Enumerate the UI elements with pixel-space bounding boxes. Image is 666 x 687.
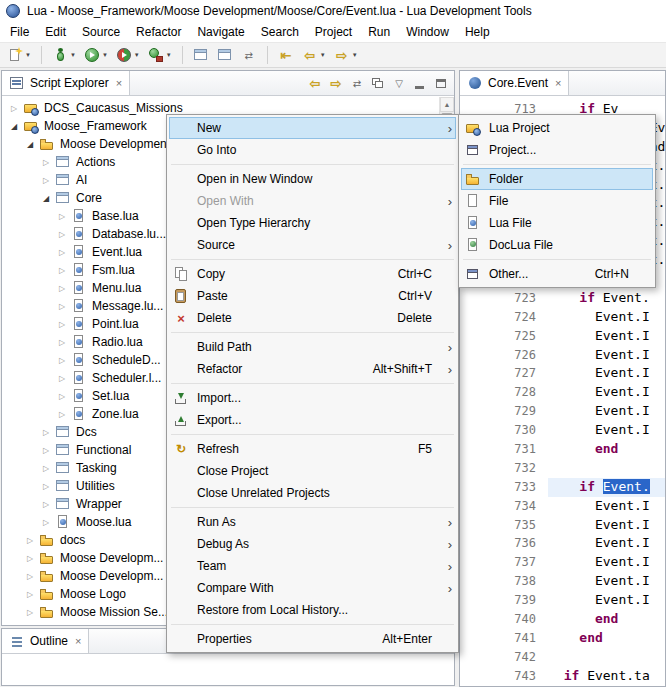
expand-arrow-icon[interactable]: ▷	[40, 428, 52, 437]
code-line-733[interactable]: 733 if Event.	[460, 478, 665, 497]
tab-outline[interactable]: Outline ×	[2, 629, 89, 653]
menu-project[interactable]: Project	[307, 23, 360, 41]
code-line-731[interactable]: 731 end	[460, 440, 665, 459]
code-line-727[interactable]: 727 Event.I	[460, 364, 665, 383]
new-wizard-button[interactable]: ▼	[4, 44, 34, 66]
team-menu-item[interactable]: Team›	[169, 555, 456, 577]
link-with-editor-button[interactable]: ⇄	[238, 44, 260, 66]
last-edit-location-button[interactable]: ⇤	[275, 44, 297, 66]
collapse-arrow-icon[interactable]: ◢	[8, 122, 20, 131]
build-path-menu-item[interactable]: Build Path›	[169, 336, 456, 358]
code-text[interactable]: Event.I	[548, 364, 665, 383]
close-project-menu-item[interactable]: Close Project	[169, 460, 456, 482]
debug-button[interactable]: ▼	[49, 44, 79, 66]
expand-arrow-icon[interactable]: ▷	[40, 482, 52, 491]
menu-navigate[interactable]: Navigate	[189, 23, 252, 41]
forward-button[interactable]: ⇨	[328, 75, 344, 91]
other-menu-item[interactable]: Other...Ctrl+N	[461, 263, 653, 285]
expand-arrow-icon[interactable]: ▷	[56, 356, 68, 365]
collapse-arrow-icon[interactable]: ◢	[40, 194, 52, 203]
import-menu-item[interactable]: Import...	[169, 387, 456, 409]
back-button[interactable]: ⇦	[307, 75, 323, 91]
code-line-729[interactable]: 729 Event.I	[460, 402, 665, 421]
open-with-menu-item[interactable]: Open With›	[169, 190, 456, 212]
close-unrelated-projects-menu-item[interactable]: Close Unrelated Projects	[169, 482, 456, 504]
expand-arrow-icon[interactable]: ▷	[56, 338, 68, 347]
code-line-736[interactable]: 736 Event.I	[460, 534, 665, 553]
link-editor-button[interactable]: ⇄	[349, 75, 365, 91]
code-line-730[interactable]: 730 Event.I	[460, 421, 665, 440]
close-icon[interactable]: ×	[555, 77, 561, 89]
menu-file[interactable]: File	[2, 23, 37, 41]
tab-script-explorer[interactable]: Script Explorer ×	[2, 71, 130, 95]
menu-window[interactable]: Window	[398, 23, 457, 41]
delete-menu-item[interactable]: ×DeleteDelete	[169, 307, 456, 329]
code-text[interactable]: Event.I	[548, 553, 665, 572]
paste-menu-item[interactable]: PasteCtrl+V	[169, 285, 456, 307]
expand-arrow-icon[interactable]: ▷	[56, 302, 68, 311]
open-in-new-window-menu-item[interactable]: Open in New Window	[169, 168, 456, 190]
debug-as-menu-item[interactable]: Debug As›	[169, 533, 456, 555]
code-line-738[interactable]: 738 Event.I	[460, 572, 665, 591]
code-text[interactable]: Event.I	[548, 591, 665, 610]
code-text[interactable]: Event.I	[548, 497, 665, 516]
expand-arrow-icon[interactable]: ▷	[56, 284, 68, 293]
expand-arrow-icon[interactable]: ▷	[40, 518, 52, 527]
collapse-arrow-icon[interactable]: ◢	[24, 140, 36, 149]
code-text[interactable]: Event.I	[548, 421, 665, 440]
expand-arrow-icon[interactable]: ▷	[24, 554, 36, 563]
close-icon[interactable]: ×	[116, 77, 122, 89]
open-type-hierarchy-menu-item[interactable]: Open Type Hierarchy	[169, 212, 456, 234]
doclua-file-menu-item[interactable]: DocLua File	[461, 234, 653, 256]
code-text[interactable]: Event.I	[548, 346, 665, 365]
expand-arrow-icon[interactable]: ▷	[40, 464, 52, 473]
code-line-724[interactable]: 724 Event.I	[460, 308, 665, 327]
menu-source[interactable]: Source	[74, 23, 128, 41]
compare-with-menu-item[interactable]: Compare With›	[169, 577, 456, 599]
scroll-up-button[interactable]: ▲	[440, 97, 454, 112]
code-text[interactable]: Event.I	[548, 383, 665, 402]
code-text[interactable]: Event.I	[548, 516, 665, 535]
code-text[interactable]: if Event.ta	[548, 667, 665, 686]
lua-file-menu-item[interactable]: Lua File	[461, 212, 653, 234]
export-menu-item[interactable]: Export...	[169, 409, 456, 431]
code-line-743[interactable]: 743 if Event.ta	[460, 667, 665, 686]
menu-refactor[interactable]: Refactor	[128, 23, 189, 41]
code-line-728[interactable]: 728 Event.I	[460, 383, 665, 402]
file-menu-item[interactable]: File	[461, 190, 653, 212]
project-menu-item[interactable]: Project...	[461, 139, 653, 161]
code-line-740[interactable]: 740 end	[460, 610, 665, 629]
expand-arrow-icon[interactable]: ▷	[56, 410, 68, 419]
expand-arrow-icon[interactable]: ▷	[40, 446, 52, 455]
tab-core-event[interactable]: Core.Event ×	[460, 71, 569, 95]
code-text[interactable]: Event.I	[548, 572, 665, 591]
code-text[interactable]: end	[548, 629, 665, 648]
new-menu-item[interactable]: New›	[169, 117, 456, 139]
code-line-723[interactable]: 723 if Event.	[460, 289, 665, 308]
expand-arrow-icon[interactable]: ▷	[40, 158, 52, 167]
view-menu-button[interactable]: ▽	[391, 75, 407, 91]
expand-arrow-icon[interactable]: ▷	[56, 374, 68, 383]
code-line-742[interactable]: 742	[460, 648, 665, 667]
forward-history-button[interactable]: ⇨▼	[331, 44, 361, 66]
code-line-737[interactable]: 737 Event.I	[460, 553, 665, 572]
refresh-menu-item[interactable]: ↻RefreshF5	[169, 438, 456, 460]
copy-menu-item[interactable]: CopyCtrl+C	[169, 263, 456, 285]
run-button[interactable]: ▼	[81, 44, 111, 66]
code-line-735[interactable]: 735 Event.I	[460, 516, 665, 535]
code-text[interactable]: Event.I	[548, 534, 665, 553]
expand-arrow-icon[interactable]: ▷	[40, 176, 52, 185]
code-line-741[interactable]: 741 end	[460, 629, 665, 648]
code-text[interactable]	[548, 648, 665, 667]
restore-from-local-history-menu-item[interactable]: Restore from Local History...	[169, 599, 456, 621]
expand-arrow-icon[interactable]: ▷	[8, 104, 20, 113]
expand-arrow-icon[interactable]: ▷	[24, 536, 36, 545]
expand-arrow-icon[interactable]: ▷	[56, 266, 68, 275]
code-text[interactable]: Event.I	[548, 308, 665, 327]
code-text[interactable]	[548, 459, 665, 478]
code-line-725[interactable]: 725 Event.I	[460, 327, 665, 346]
new-table-button[interactable]	[190, 44, 212, 66]
menu-help[interactable]: Help	[457, 23, 498, 41]
code-line-726[interactable]: 726 Event.I	[460, 346, 665, 365]
code-text[interactable]: Event.I	[548, 402, 665, 421]
